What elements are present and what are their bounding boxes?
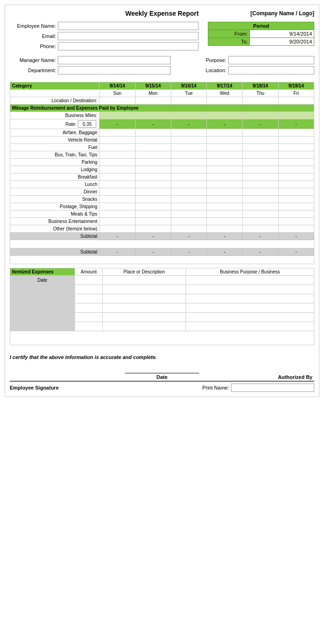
amount-col-header: Amount <box>75 268 103 276</box>
manager-name-input[interactable] <box>58 56 171 64</box>
airfare-tue[interactable] <box>171 129 206 136</box>
cat-dinner: Dinner <box>10 188 100 196</box>
business-miles-label: Business Miles: <box>10 112 100 119</box>
cat-fuel: Fuel <box>10 144 100 151</box>
location-wed[interactable] <box>207 97 243 105</box>
location-mon[interactable] <box>135 97 171 105</box>
location-label: Location: <box>180 68 226 73</box>
biz-miles-mon[interactable] <box>135 112 171 119</box>
location-sun[interactable] <box>100 97 135 105</box>
item-amount-4[interactable] <box>75 303 103 313</box>
rate-sun: - <box>100 119 135 129</box>
sub1-wed: - <box>207 233 243 240</box>
biz-miles-sun[interactable] <box>100 112 135 119</box>
period-from-value: 9/14/2014 <box>250 30 314 38</box>
item-date-3[interactable] <box>10 294 75 303</box>
rate-fri: - <box>278 119 314 129</box>
company-name: [Company Name / Logo] <box>213 10 314 17</box>
sub2-fri: - <box>278 248 314 256</box>
item-purpose-1[interactable] <box>186 276 314 285</box>
location-thu[interactable] <box>243 97 278 105</box>
report-title: Weekly Expense Report <box>111 10 212 17</box>
manager-name-label: Manager Name: <box>10 57 56 63</box>
mileage-section-header: Mileage Reimbursement and Expenses Paid … <box>10 105 314 112</box>
item-place-1[interactable] <box>103 276 186 285</box>
day-1: Mon <box>135 90 171 97</box>
location-tue[interactable] <box>171 97 206 105</box>
location-input[interactable] <box>228 66 314 74</box>
place-col-header: Place or Description <box>103 268 186 276</box>
item-amount-5[interactable] <box>75 313 103 322</box>
cat-snacks: Snacks <box>10 196 100 203</box>
biz-miles-tue[interactable] <box>171 112 206 119</box>
item-purpose-4[interactable] <box>186 303 314 313</box>
purpose-input[interactable] <box>228 56 314 64</box>
table-row: Fuel <box>10 144 314 151</box>
rate-label-cell: Rate: <box>10 119 100 129</box>
period-from-label: From: <box>208 30 250 38</box>
item-date-2[interactable] <box>10 285 75 294</box>
item-place-6[interactable] <box>103 322 186 331</box>
date-4: 9/18/14 <box>243 82 278 90</box>
table-row: Business Entertainment <box>10 218 314 225</box>
item-date-5[interactable] <box>10 313 75 322</box>
sub1-tue: - <box>171 233 206 240</box>
table-row: Other (Itemize below) <box>10 225 314 233</box>
airfare-thu[interactable] <box>243 129 278 136</box>
purpose-col-header: Business Purpose / Business <box>186 268 314 276</box>
cat-lunch: Lunch <box>10 181 100 188</box>
item-amount-6[interactable] <box>75 322 103 331</box>
print-name-input[interactable] <box>231 384 314 392</box>
sub1-thu: - <box>243 233 278 240</box>
item-purpose-5[interactable] <box>186 313 314 322</box>
location-fri[interactable] <box>278 97 314 105</box>
day-0: Sun <box>100 90 135 97</box>
day-5: Fri <box>278 90 314 97</box>
cat-bus: Bus, Train, Taxi, Tips <box>10 151 100 159</box>
subtotal-2-label: Subtotal <box>10 248 100 256</box>
sub2-tue: - <box>171 248 206 256</box>
table-row: Bus, Train, Taxi, Tips <box>10 151 314 159</box>
rate-thu: - <box>243 119 278 129</box>
airfare-mon[interactable] <box>135 129 171 136</box>
item-extra-row <box>10 331 314 345</box>
rate-input[interactable] <box>78 120 96 128</box>
cat-breakfast: Breakfast <box>10 173 100 181</box>
department-input[interactable] <box>58 66 171 74</box>
rate-label: Rate: <box>66 122 77 127</box>
date-1: 9/15/14 <box>135 82 171 90</box>
table-row: Postage, Shipping <box>10 203 314 211</box>
airfare-fri[interactable] <box>278 129 314 136</box>
item-purpose-2[interactable] <box>186 285 314 294</box>
sub1-mon: - <box>135 233 171 240</box>
biz-miles-fri[interactable] <box>278 112 314 119</box>
airfare-wed[interactable] <box>207 129 243 136</box>
item-place-5[interactable] <box>103 313 186 322</box>
item-amount-1[interactable] <box>75 276 103 285</box>
airfare-sun[interactable] <box>100 129 135 136</box>
sub2-mon: - <box>135 248 171 256</box>
item-date-6[interactable] <box>10 322 75 331</box>
item-place-4[interactable] <box>103 303 186 313</box>
rate-wed: - <box>207 119 243 129</box>
biz-miles-wed[interactable] <box>207 112 243 119</box>
period-to-label: To: <box>208 38 250 46</box>
rate-mon: - <box>135 119 171 129</box>
table-row: Snacks <box>10 196 314 203</box>
biz-miles-thu[interactable] <box>243 112 278 119</box>
item-amount-3[interactable] <box>75 294 103 303</box>
authorized-by-label: Authorized By <box>213 374 314 380</box>
item-place-3[interactable] <box>103 294 186 303</box>
item-purpose-6[interactable] <box>186 322 314 331</box>
email-input[interactable] <box>58 32 199 40</box>
item-date-4[interactable] <box>10 303 75 313</box>
cat-other: Other (Itemize below) <box>10 225 100 233</box>
employee-name-label: Employee Name: <box>10 23 56 29</box>
item-place-2[interactable] <box>103 285 186 294</box>
phone-input[interactable] <box>58 42 199 50</box>
item-purpose-3[interactable] <box>186 294 314 303</box>
table-row: Parking <box>10 159 314 166</box>
item-amount-2[interactable] <box>75 285 103 294</box>
sub1-sun: - <box>100 233 135 240</box>
employee-name-input[interactable] <box>58 22 199 30</box>
